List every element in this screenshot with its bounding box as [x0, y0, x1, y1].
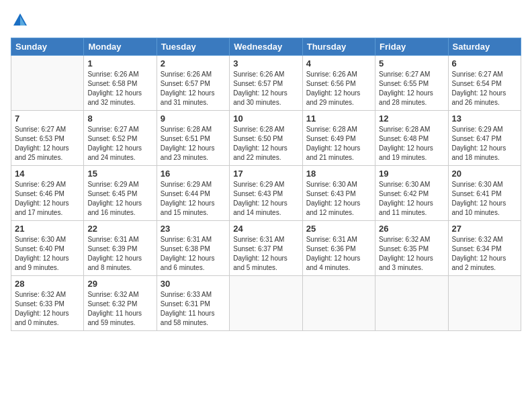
day-number: 14 — [15, 169, 80, 179]
calendar-cell: 23Sunrise: 6:31 AMSunset: 6:38 PMDayligh… — [157, 221, 229, 276]
day-number: 6 — [452, 58, 517, 68]
cell-content: Sunrise: 6:29 AMSunset: 6:44 PMDaylight:… — [161, 180, 226, 218]
calendar-cell: 17Sunrise: 6:29 AMSunset: 6:43 PMDayligh… — [230, 166, 302, 221]
cell-content: Sunrise: 6:27 AMSunset: 6:52 PMDaylight:… — [87, 125, 152, 163]
calendar-cell: 24Sunrise: 6:31 AMSunset: 6:37 PMDayligh… — [230, 221, 302, 276]
day-number: 4 — [306, 58, 371, 68]
calendar-cell: 11Sunrise: 6:28 AMSunset: 6:49 PMDayligh… — [302, 111, 375, 166]
day-number: 13 — [452, 113, 517, 124]
cell-content: Sunrise: 6:26 AMSunset: 6:58 PMDaylight:… — [87, 70, 152, 107]
cell-content: Sunrise: 6:30 AMSunset: 6:41 PMDaylight:… — [452, 180, 517, 218]
calendar-cell: 4Sunrise: 6:26 AMSunset: 6:56 PMDaylight… — [302, 56, 375, 111]
day-number: 30 — [161, 279, 226, 289]
calendar-cell: 26Sunrise: 6:32 AMSunset: 6:35 PMDayligh… — [375, 221, 448, 276]
day-number: 16 — [161, 169, 226, 179]
calendar-cell: 14Sunrise: 6:29 AMSunset: 6:46 PMDayligh… — [11, 166, 84, 221]
calendar-week-row: 28Sunrise: 6:32 AMSunset: 6:33 PMDayligh… — [11, 276, 521, 331]
day-header-wednesday: Wednesday — [230, 38, 302, 56]
day-number: 29 — [87, 279, 152, 289]
day-number: 10 — [233, 113, 298, 124]
day-number: 23 — [161, 224, 226, 234]
day-header-friday: Friday — [375, 38, 448, 56]
day-number: 22 — [87, 224, 152, 234]
calendar-cell: 6Sunrise: 6:27 AMSunset: 6:54 PMDaylight… — [448, 56, 521, 111]
cell-content: Sunrise: 6:29 AMSunset: 6:43 PMDaylight:… — [233, 180, 298, 218]
day-number: 17 — [233, 169, 298, 179]
calendar-cell: 9Sunrise: 6:28 AMSunset: 6:51 PMDaylight… — [157, 111, 229, 166]
day-number: 21 — [15, 224, 80, 234]
cell-content: Sunrise: 6:29 AMSunset: 6:45 PMDaylight:… — [87, 180, 152, 218]
calendar-cell: 5Sunrise: 6:27 AMSunset: 6:55 PMDaylight… — [375, 56, 448, 111]
cell-content: Sunrise: 6:28 AMSunset: 6:50 PMDaylight:… — [233, 125, 298, 163]
calendar-cell: 29Sunrise: 6:32 AMSunset: 6:32 PMDayligh… — [84, 276, 157, 331]
cell-content: Sunrise: 6:30 AMSunset: 6:42 PMDaylight:… — [379, 180, 444, 218]
calendar-week-row: 1Sunrise: 6:26 AMSunset: 6:58 PMDaylight… — [11, 56, 521, 111]
day-number: 26 — [379, 224, 444, 234]
calendar-cell — [302, 276, 375, 331]
calendar-cell: 25Sunrise: 6:31 AMSunset: 6:36 PMDayligh… — [302, 221, 375, 276]
day-number: 3 — [233, 58, 298, 68]
calendar-cell: 15Sunrise: 6:29 AMSunset: 6:45 PMDayligh… — [84, 166, 157, 221]
calendar-cell: 8Sunrise: 6:27 AMSunset: 6:52 PMDaylight… — [84, 111, 157, 166]
day-number: 15 — [87, 169, 152, 179]
day-number: 27 — [452, 224, 517, 234]
calendar-cell: 28Sunrise: 6:32 AMSunset: 6:33 PMDayligh… — [11, 276, 84, 331]
day-number: 2 — [161, 58, 226, 68]
cell-content: Sunrise: 6:30 AMSunset: 6:43 PMDaylight:… — [306, 180, 371, 218]
calendar-cell — [11, 56, 84, 111]
calendar-cell: 1Sunrise: 6:26 AMSunset: 6:58 PMDaylight… — [84, 56, 157, 111]
calendar-cell: 21Sunrise: 6:30 AMSunset: 6:40 PMDayligh… — [11, 221, 84, 276]
cell-content: Sunrise: 6:28 AMSunset: 6:51 PMDaylight:… — [161, 125, 226, 163]
cell-content: Sunrise: 6:31 AMSunset: 6:37 PMDaylight:… — [233, 235, 298, 273]
calendar-header-row: SundayMondayTuesdayWednesdayThursdayFrid… — [11, 38, 521, 56]
cell-content: Sunrise: 6:27 AMSunset: 6:55 PMDaylight:… — [379, 70, 444, 107]
day-number: 18 — [306, 169, 371, 179]
calendar-cell: 19Sunrise: 6:30 AMSunset: 6:42 PMDayligh… — [375, 166, 448, 221]
day-number: 25 — [306, 224, 371, 234]
day-header-tuesday: Tuesday — [157, 38, 229, 56]
logo-icon — [11, 11, 30, 30]
calendar-week-row: 21Sunrise: 6:30 AMSunset: 6:40 PMDayligh… — [11, 221, 521, 276]
cell-content: Sunrise: 6:28 AMSunset: 6:49 PMDaylight:… — [306, 125, 371, 163]
cell-content: Sunrise: 6:26 AMSunset: 6:57 PMDaylight:… — [161, 70, 226, 107]
calendar-cell: 27Sunrise: 6:32 AMSunset: 6:34 PMDayligh… — [448, 221, 521, 276]
calendar-cell: 13Sunrise: 6:29 AMSunset: 6:47 PMDayligh… — [448, 111, 521, 166]
calendar-cell: 18Sunrise: 6:30 AMSunset: 6:43 PMDayligh… — [302, 166, 375, 221]
day-number: 5 — [379, 58, 444, 68]
day-header-saturday: Saturday — [448, 38, 521, 56]
day-number: 12 — [379, 113, 444, 124]
calendar-week-row: 7Sunrise: 6:27 AMSunset: 6:53 PMDaylight… — [11, 111, 521, 166]
page-header — [11, 11, 521, 30]
calendar-cell — [230, 276, 302, 331]
cell-content: Sunrise: 6:28 AMSunset: 6:48 PMDaylight:… — [379, 125, 444, 163]
calendar-cell: 30Sunrise: 6:33 AMSunset: 6:31 PMDayligh… — [157, 276, 229, 331]
cell-content: Sunrise: 6:32 AMSunset: 6:32 PMDaylight:… — [87, 290, 152, 328]
calendar-cell: 10Sunrise: 6:28 AMSunset: 6:50 PMDayligh… — [230, 111, 302, 166]
calendar-cell: 22Sunrise: 6:31 AMSunset: 6:39 PMDayligh… — [84, 221, 157, 276]
calendar-cell: 12Sunrise: 6:28 AMSunset: 6:48 PMDayligh… — [375, 111, 448, 166]
calendar-cell: 3Sunrise: 6:26 AMSunset: 6:57 PMDaylight… — [230, 56, 302, 111]
day-header-monday: Monday — [84, 38, 157, 56]
day-number: 11 — [306, 113, 371, 124]
calendar-cell — [448, 276, 521, 331]
day-number: 8 — [87, 113, 152, 124]
calendar-cell: 16Sunrise: 6:29 AMSunset: 6:44 PMDayligh… — [157, 166, 229, 221]
cell-content: Sunrise: 6:32 AMSunset: 6:33 PMDaylight:… — [15, 290, 80, 328]
day-number: 20 — [452, 169, 517, 179]
calendar-cell: 2Sunrise: 6:26 AMSunset: 6:57 PMDaylight… — [157, 56, 229, 111]
day-number: 1 — [87, 58, 152, 68]
cell-content: Sunrise: 6:30 AMSunset: 6:40 PMDaylight:… — [15, 235, 80, 273]
calendar-cell: 20Sunrise: 6:30 AMSunset: 6:41 PMDayligh… — [448, 166, 521, 221]
day-number: 9 — [161, 113, 226, 124]
cell-content: Sunrise: 6:31 AMSunset: 6:36 PMDaylight:… — [306, 235, 371, 273]
day-number: 7 — [15, 113, 80, 124]
day-number: 24 — [233, 224, 298, 234]
calendar-table: SundayMondayTuesdayWednesdayThursdayFrid… — [11, 38, 521, 331]
cell-content: Sunrise: 6:26 AMSunset: 6:57 PMDaylight:… — [233, 70, 298, 107]
cell-content: Sunrise: 6:29 AMSunset: 6:47 PMDaylight:… — [452, 125, 517, 163]
day-header-sunday: Sunday — [11, 38, 84, 56]
cell-content: Sunrise: 6:32 AMSunset: 6:34 PMDaylight:… — [452, 235, 517, 273]
calendar-cell — [375, 276, 448, 331]
cell-content: Sunrise: 6:31 AMSunset: 6:38 PMDaylight:… — [161, 235, 226, 273]
day-number: 19 — [379, 169, 444, 179]
